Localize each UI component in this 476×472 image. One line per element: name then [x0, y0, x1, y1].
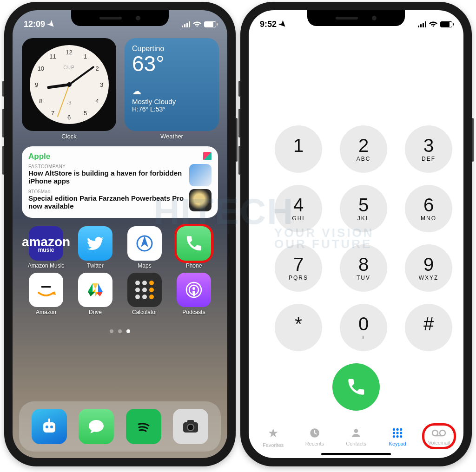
cellular-icon [418, 21, 426, 27]
svg-point-29 [397, 435, 399, 438]
clock-widget-label: Clock [22, 133, 116, 140]
tab-voicemail[interactable]: Voicemail [418, 428, 460, 446]
svg-point-13 [46, 426, 48, 428]
key-6[interactable]: 6MNO [405, 185, 452, 232]
dock-messages[interactable] [79, 409, 114, 444]
status-time: 12:09 [24, 20, 45, 29]
key-3[interactable]: 3DEF [405, 125, 452, 173]
news-thumbnail [189, 164, 212, 186]
svg-rect-15 [48, 419, 50, 422]
clock-number: 8 [39, 98, 42, 105]
key-letters: WXYZ [419, 275, 439, 281]
location-arrow-icon: ➤ [277, 18, 289, 30]
news-thumbnail [189, 189, 212, 211]
key-2[interactable]: 2ABC [340, 125, 387, 173]
news-item[interactable]: FASTCOMPANY How AltStore is building a h… [28, 164, 212, 186]
key-digit: * [295, 315, 302, 333]
phone-app-keypad-screen: 9:52 ➤ 1 2ABC3DEF4GHI5JKL6MNO7PQRS8TUV9W… [249, 10, 463, 458]
wifi-icon [193, 21, 201, 27]
key-8[interactable]: 8TUV [340, 244, 387, 292]
key-letters: MNO [421, 215, 436, 222]
app-twitter[interactable]: Twitter [74, 226, 117, 269]
tab-keypad[interactable]: Keypad [377, 427, 418, 446]
app-calculator[interactable]: Calculator [123, 273, 166, 315]
app-label: Amazon Music [28, 262, 65, 269]
clock-number: 5 [84, 109, 87, 116]
app-label: Phone [186, 262, 202, 269]
clock-widget[interactable]: CUP -3 121234567891011 [22, 38, 116, 131]
key-9[interactable]: 9WXYZ [405, 244, 452, 292]
app-podcasts[interactable]: Podcasts [172, 273, 215, 315]
key-letters: TUV [357, 275, 370, 281]
svg-marker-6 [88, 292, 95, 296]
amazon-icon [29, 273, 63, 307]
app-label: Drive [89, 309, 102, 315]
key-4[interactable]: 4GHI [275, 185, 322, 232]
key-digit: 6 [423, 196, 434, 214]
clock-number: 11 [49, 53, 56, 60]
clock-number: 12 [66, 49, 72, 56]
star-icon: ★ [268, 426, 278, 440]
call-button[interactable] [332, 363, 380, 411]
svg-point-22 [393, 428, 395, 431]
svg-marker-3 [93, 283, 98, 289]
battery-icon [204, 21, 216, 27]
tab-favorites[interactable]: ★Favorites [252, 426, 294, 448]
app-amazon[interactable]: Amazon [25, 273, 67, 315]
clock-number: 2 [95, 65, 99, 72]
tab-label: Contacts [346, 441, 366, 446]
key-1[interactable]: 1 [275, 125, 322, 173]
svg-point-28 [393, 435, 395, 438]
news-widget[interactable]: Apple FASTCOMPANY How AltStore is buildi… [22, 146, 218, 218]
news-item[interactable]: 9TO5Mac Special edition Paria Farzaneh P… [28, 189, 212, 211]
location-arrow-icon: ➤ [45, 18, 57, 30]
key-digit: 1 [293, 136, 304, 155]
cloud-icon: ☁ [132, 85, 212, 97]
left-phone-frame: 12:09 ➤ CUP -3 [4, 2, 236, 466]
maps-icon [127, 226, 162, 261]
key-0[interactable]: 0+ [340, 304, 387, 351]
wifi-icon [429, 21, 437, 27]
news-source: 9TO5Mac [28, 189, 185, 194]
app-label: Maps [138, 262, 151, 269]
key-letters: + [361, 334, 365, 341]
dock-spotify[interactable] [126, 409, 161, 444]
app-amazon-music[interactable]: amazonmusic Amazon Music [25, 226, 67, 269]
tab-label: Recents [305, 441, 324, 446]
apple-news-icon [203, 152, 212, 160]
tab-contacts[interactable]: Contacts [335, 427, 377, 446]
svg-point-30 [400, 435, 402, 438]
tab-label: Keypad [389, 441, 406, 446]
key-digit: 8 [358, 255, 369, 274]
dock-camera[interactable] [173, 409, 208, 444]
tab-recents[interactable]: Recents [294, 427, 335, 446]
clock-icon [309, 427, 321, 439]
key-#[interactable]: # [405, 304, 452, 351]
weather-hilo: H:76° L:53° [132, 105, 212, 113]
key-digit: 0 [358, 315, 369, 333]
app-phone[interactable]: Phone [172, 226, 215, 269]
battery-icon [440, 21, 452, 27]
key-digit: 4 [293, 196, 304, 214]
key-*[interactable]: * [275, 304, 322, 351]
home-indicator[interactable] [321, 453, 391, 455]
weather-widget[interactable]: Cupertino 63° ☁ Mostly Cloudy H:76° L:53… [125, 38, 219, 131]
key-5[interactable]: 5JKL [340, 185, 387, 232]
amazon-music-icon: amazonmusic [29, 226, 63, 261]
keypad: 1 2ABC3DEF4GHI5JKL6MNO7PQRS8TUV9WXYZ* 0+… [249, 125, 463, 351]
news-title: Apple [28, 152, 212, 161]
highlight-ring [422, 423, 456, 449]
weather-condition: Mostly Cloudy [132, 98, 212, 105]
clock-number: 4 [95, 98, 99, 105]
clock-number: 1 [84, 53, 87, 60]
key-7[interactable]: 7PQRS [275, 244, 322, 292]
news-headline: Special edition Paria Farzaneh Powerbeat… [28, 194, 185, 210]
keypad-icon [391, 427, 403, 439]
dock-assistant[interactable] [32, 409, 67, 444]
app-label: Calculator [132, 309, 157, 315]
app-drive[interactable]: Drive [74, 273, 117, 315]
app-maps[interactable]: Maps [123, 226, 166, 269]
svg-point-26 [397, 432, 399, 434]
page-indicator[interactable] [13, 329, 227, 333]
tab-bar: ★FavoritesRecentsContactsKeypadVoicemail [249, 420, 463, 453]
